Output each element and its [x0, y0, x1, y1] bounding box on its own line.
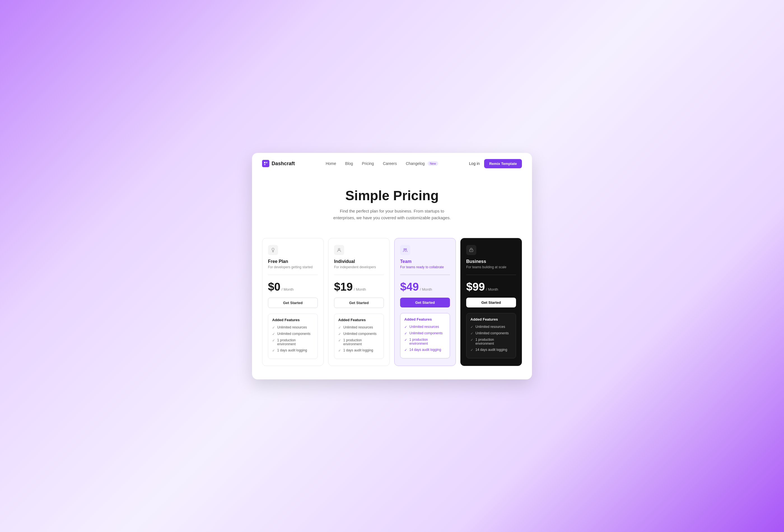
price-amount-individual: $19: [334, 281, 353, 293]
plan-price-business: $99 / Month: [466, 281, 516, 293]
price-amount-free: $0: [268, 281, 281, 293]
plan-card-team: Team For teams ready to collabrate $49 /…: [394, 238, 456, 366]
navbar: Dashcraft Home Blog Pricing Careers Chan…: [252, 153, 532, 174]
feature-item: ✓1 production environment: [272, 338, 314, 346]
feature-item: ✓Unlimited components: [470, 331, 512, 335]
price-period-free: / Month: [282, 287, 294, 291]
check-icon: ✓: [404, 332, 407, 335]
features-title-free: Added Features: [272, 318, 314, 322]
pricing-grid: Free Plan For developers getting started…: [252, 232, 532, 380]
login-button[interactable]: Log in: [469, 161, 480, 166]
price-period-team: / Month: [420, 287, 432, 291]
feature-item: ✓Unlimited resources: [470, 325, 512, 329]
plan-desc-business: For teams building at scale: [466, 265, 516, 269]
feature-item: ✓1 days audit logging: [272, 348, 314, 353]
features-title-business: Added Features: [470, 317, 512, 321]
svg-rect-2: [264, 164, 265, 165]
svg-point-4: [404, 248, 405, 250]
nav-item-blog[interactable]: Blog: [345, 161, 353, 166]
feature-item: ✓1 days audit logging: [338, 348, 380, 353]
plan-desc-team: For teams ready to collabrate: [400, 265, 450, 269]
cta-button-team[interactable]: Get Started: [400, 298, 450, 307]
logo-icon: [262, 160, 269, 167]
check-icon: ✓: [404, 348, 407, 352]
price-amount-business: $99: [466, 281, 485, 293]
features-box-team: Added Features ✓Unlimited resources ✓Unl…: [400, 313, 450, 358]
feature-item: ✓14 days audit logging: [404, 348, 446, 352]
nav-item-home[interactable]: Home: [326, 161, 336, 166]
plan-icon-team: [400, 245, 410, 255]
check-icon: ✓: [470, 348, 473, 352]
page-container: Dashcraft Home Blog Pricing Careers Chan…: [252, 153, 532, 380]
svg-point-3: [338, 248, 340, 250]
check-icon: ✓: [272, 348, 275, 353]
remix-button[interactable]: Remix Template: [484, 159, 522, 168]
check-icon: ✓: [470, 325, 473, 329]
check-icon: ✓: [272, 326, 275, 330]
price-amount-team: $49: [400, 281, 419, 293]
plan-price-team: $49 / Month: [400, 281, 450, 293]
plan-price-individual: $19 / Month: [334, 281, 384, 293]
check-icon: ✓: [470, 338, 473, 342]
feature-item: ✓Unlimited components: [272, 332, 314, 336]
nav-item-changelog[interactable]: Changelog New: [406, 161, 438, 166]
check-icon: ✓: [338, 326, 341, 330]
nav-actions: Log in Remix Template: [469, 159, 522, 168]
features-box-individual: Added Features ✓Unlimited resources ✓Unl…: [334, 314, 384, 359]
plan-divider-business: [466, 275, 516, 275]
check-icon: ✓: [404, 325, 407, 329]
logo[interactable]: Dashcraft: [262, 160, 295, 167]
nav-item-pricing[interactable]: Pricing: [362, 161, 374, 166]
price-period-individual: / Month: [354, 287, 366, 291]
plan-name-free: Free Plan: [268, 259, 318, 264]
svg-rect-0: [264, 162, 265, 163]
plan-desc-individual: For independent developers: [334, 265, 384, 269]
plan-divider-individual: [334, 275, 384, 275]
plan-name-individual: Individual: [334, 259, 384, 264]
page-title: Simple Pricing: [263, 188, 521, 203]
plan-icon-free: [268, 245, 278, 255]
plan-price-free: $0 / Month: [268, 281, 318, 293]
price-period-business: / Month: [486, 287, 498, 291]
brand-name: Dashcraft: [272, 161, 295, 167]
nav-links: Home Blog Pricing Careers Changelog New: [326, 161, 438, 166]
check-icon: ✓: [272, 332, 275, 336]
plan-divider-team: [400, 275, 450, 275]
svg-point-5: [405, 248, 407, 250]
plan-card-individual: Individual For independent developers $1…: [328, 238, 390, 366]
check-icon: ✓: [338, 338, 341, 342]
feature-item: ✓Unlimited resources: [404, 325, 446, 329]
feature-item: ✓Unlimited resources: [338, 325, 380, 330]
check-icon: ✓: [404, 338, 407, 342]
check-icon: ✓: [338, 332, 341, 336]
nav-item-careers[interactable]: Careers: [383, 161, 397, 166]
features-box-free: Added Features ✓Unlimited resources ✓Unl…: [268, 314, 318, 359]
features-box-business: Added Features ✓Unlimited resources ✓Unl…: [466, 313, 516, 358]
feature-item: ✓Unlimited components: [338, 332, 380, 336]
hero-subtitle: Find the perfect plan for your business.…: [333, 208, 451, 221]
svg-rect-1: [266, 162, 268, 163]
check-icon: ✓: [338, 348, 341, 353]
feature-item: ✓Unlimited resources: [272, 325, 314, 330]
check-icon: ✓: [272, 338, 275, 342]
changelog-badge: New: [427, 161, 438, 166]
features-title-individual: Added Features: [338, 318, 380, 322]
plan-desc-free: For developers getting started: [268, 265, 318, 269]
feature-item: ✓1 production environment: [404, 338, 446, 345]
cta-button-business[interactable]: Get Started: [466, 298, 516, 307]
feature-item: ✓1 production environment: [470, 338, 512, 345]
cta-button-free[interactable]: Get Started: [268, 298, 318, 308]
plan-card-free: Free Plan For developers getting started…: [262, 238, 324, 366]
plan-divider-free: [268, 275, 318, 275]
cta-button-individual[interactable]: Get Started: [334, 298, 384, 308]
feature-item: ✓1 production environment: [338, 338, 380, 346]
hero-section: Simple Pricing Find the perfect plan for…: [252, 174, 532, 232]
plan-card-business: Business For teams building at scale $99…: [460, 238, 522, 366]
plan-icon-individual: [334, 245, 344, 255]
features-title-team: Added Features: [404, 317, 446, 321]
plan-name-business: Business: [466, 259, 516, 264]
feature-item: ✓Unlimited components: [404, 331, 446, 335]
plan-icon-business: [466, 245, 476, 255]
plan-name-team: Team: [400, 259, 450, 264]
check-icon: ✓: [470, 332, 473, 335]
